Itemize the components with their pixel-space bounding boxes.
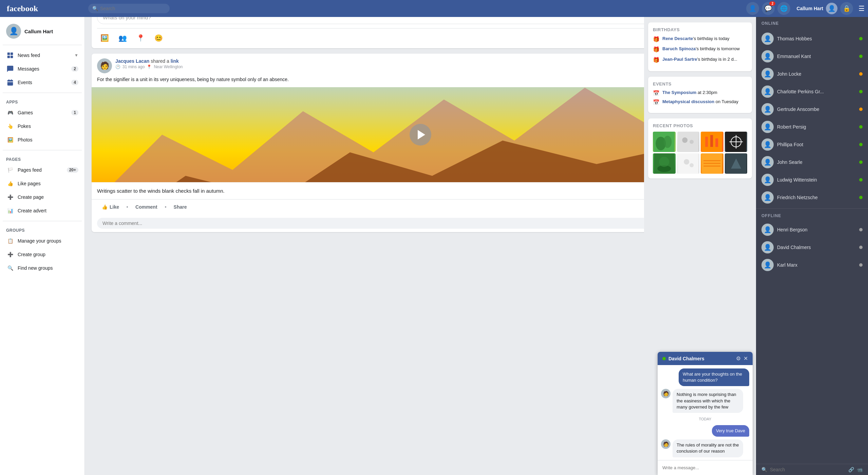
svg-point-18 xyxy=(690,140,694,144)
birthday-name-3[interactable]: Jean-Paul Sartre xyxy=(662,57,697,62)
events-label: Events xyxy=(18,80,68,85)
search-bar[interactable]: 🔍 xyxy=(88,4,170,13)
sidebar-item-manage-groups[interactable]: 📋 Manage your groups xyxy=(3,234,82,244)
sidebar-item-pages-feed[interactable]: 🏳️ Pages feed 20+ xyxy=(3,163,82,177)
notifications-icon[interactable]: 💬 2 xyxy=(762,2,775,15)
event-name-1[interactable]: The Symposium xyxy=(662,90,696,95)
pages-feed-badge: 20+ xyxy=(67,167,78,173)
comment-action[interactable]: Comment xyxy=(131,202,162,212)
event-name-2[interactable]: Metaphysical discussion xyxy=(662,99,714,104)
location-pin-icon: 📍 xyxy=(147,64,152,69)
groups-section: GROUPS xyxy=(3,225,82,234)
contact-chalmers[interactable]: 👤 David Chalmers xyxy=(756,239,868,244)
post-author-name[interactable]: Jacques Lacan xyxy=(115,58,149,64)
sidebar-item-create-advert[interactable]: 📊 Create advert xyxy=(3,204,82,217)
user-info[interactable]: Callum Hart 👤 xyxy=(796,3,837,14)
contact-phillipa[interactable]: 👤 Phillipa Foot xyxy=(756,136,868,153)
feeling-action-btn[interactable]: 😊 xyxy=(151,32,166,44)
location-action-btn[interactable]: 📍 xyxy=(133,32,148,44)
contact-avatar-chalmers: 👤 xyxy=(761,241,774,244)
event-text-2: on Tuesday xyxy=(714,99,738,104)
news-feed-label: News feed xyxy=(18,53,71,58)
share-label: Share xyxy=(174,204,187,210)
contact-thomas-hobbes[interactable]: 👤 Thomas Hobbes xyxy=(756,30,868,48)
lock-icon[interactable]: 🔒 xyxy=(840,2,853,15)
contact-nietzsche[interactable]: 👤 Friedrich Nietzsche xyxy=(756,189,868,206)
sidebar-item-create-page[interactable]: ➕ Create page xyxy=(3,190,82,204)
sidebar-item-pokes[interactable]: 👆 Pokes xyxy=(3,119,82,133)
manage-groups-icon: 📋 xyxy=(6,237,14,244)
photo-thumb-8[interactable] xyxy=(725,153,748,174)
pokes-label: Pokes xyxy=(18,124,78,129)
location-icon: 📍 xyxy=(136,34,145,42)
birthday-name-1[interactable]: Rene Descarte xyxy=(662,36,693,41)
photo-action-btn[interactable]: 🖼️ xyxy=(97,32,112,44)
events-badge: 4 xyxy=(71,80,78,85)
search-input[interactable] xyxy=(100,6,166,11)
sidebar-item-photos[interactable]: 🖼️ Photos xyxy=(3,133,82,147)
contact-emmanuel-kant[interactable]: 👤 Emmanuel Kant xyxy=(756,48,868,65)
sidebar-item-games[interactable]: 🎮 Games 1 xyxy=(3,106,82,119)
post-link[interactable]: link xyxy=(171,58,179,64)
sidebar-item-events[interactable]: Events 4 xyxy=(3,76,82,89)
contact-robert[interactable]: 👤 Robert Persig xyxy=(756,118,868,136)
svg-rect-0 xyxy=(7,53,10,55)
messages-icon xyxy=(6,65,14,73)
sidebar-item-messages[interactable]: Messages 2 xyxy=(3,62,82,76)
photo-thumb-1[interactable] xyxy=(653,132,676,152)
photo-thumb-3[interactable] xyxy=(701,132,723,152)
status-dot-henri xyxy=(859,228,863,231)
header: facebook 🔍 👤 💬 2 🌐 Callum Hart 👤 🔒 ☰ xyxy=(0,0,868,17)
contact-ludwig[interactable]: 👤 Ludwig Wittenstein xyxy=(756,171,868,189)
clock-icon: 🕐 xyxy=(115,64,120,69)
contact-gertrude[interactable]: 👤 Gertrude Anscombe xyxy=(756,100,868,118)
sidebar-divider-1 xyxy=(3,45,82,45)
post-action-text: shared a xyxy=(151,58,170,64)
sidebar-divider-4 xyxy=(3,221,82,221)
comment-action-label: Comment xyxy=(135,204,157,210)
right-sidebar: BIRTHDAYS 🎁 Rene Descarte's birthday is … xyxy=(644,17,756,244)
like-pages-icon: 👍 xyxy=(6,179,14,188)
contact-name-henri: Henri Bergson xyxy=(777,227,856,232)
hamburger-icon[interactable]: ☰ xyxy=(858,4,865,13)
status-dot-locke xyxy=(859,72,863,76)
contact-name-kant: Emmanuel Kant xyxy=(777,54,856,59)
events-title: EVENTS xyxy=(653,81,747,87)
birthday-2: 🎁 Baruch Spinoza's birthday is tomorrow xyxy=(653,46,747,53)
post-author-avatar: 🧑 xyxy=(97,58,112,73)
birthday-name-2[interactable]: Baruch Spinoza xyxy=(662,46,696,51)
svg-rect-16 xyxy=(678,132,698,152)
globe-icon[interactable]: 🌐 xyxy=(777,2,790,15)
contact-john-locke[interactable]: 👤 John Locke xyxy=(756,65,868,83)
contact-avatar-thomas: 👤 xyxy=(761,33,774,45)
status-dot-kant xyxy=(859,55,863,58)
sidebar-user[interactable]: 👤 Callum Hart xyxy=(3,21,82,41)
contact-avatar-robert: 👤 xyxy=(761,121,774,133)
contact-charlotte[interactable]: 👤 Charlotte Perkins Gr... xyxy=(756,83,868,100)
sidebar-divider-2 xyxy=(3,93,82,93)
comment-input[interactable] xyxy=(97,218,733,229)
photo-thumb-6[interactable] xyxy=(677,153,700,174)
contact-henri[interactable]: 👤 Henri Bergson xyxy=(756,221,868,239)
status-dot-thomas xyxy=(859,37,863,40)
photo-thumb-2[interactable] xyxy=(677,132,700,152)
contact-avatar-charlotte: 👤 xyxy=(761,86,774,98)
contact-name-gertrude: Gertrude Anscombe xyxy=(777,107,856,112)
contact-john-searle[interactable]: 👤 John Searle xyxy=(756,153,868,171)
svg-rect-36 xyxy=(703,166,720,167)
photo-thumb-4[interactable] xyxy=(725,132,748,152)
birthday-3: 🎁 Jean-Paul Sartre's birthday is in 2 d.… xyxy=(653,56,747,64)
contact-name-charlotte: Charlotte Perkins Gr... xyxy=(777,89,856,94)
sidebar-divider-3 xyxy=(3,150,82,150)
like-action[interactable]: 👍 Like xyxy=(97,202,124,212)
friend-requests-icon[interactable]: 👤 xyxy=(746,2,759,15)
photo-thumb-5[interactable] xyxy=(653,153,676,174)
photo-icon: 🖼️ xyxy=(100,34,109,42)
logo: facebook xyxy=(3,4,85,13)
play-button[interactable] xyxy=(410,124,431,146)
tag-action-btn[interactable]: 👥 xyxy=(115,32,130,44)
sidebar-item-like-pages[interactable]: 👍 Like pages xyxy=(3,177,82,190)
photo-thumb-7[interactable] xyxy=(701,153,723,174)
sidebar-item-news-feed[interactable]: News feed ▼ xyxy=(3,49,82,62)
share-action[interactable]: Share xyxy=(169,202,192,212)
